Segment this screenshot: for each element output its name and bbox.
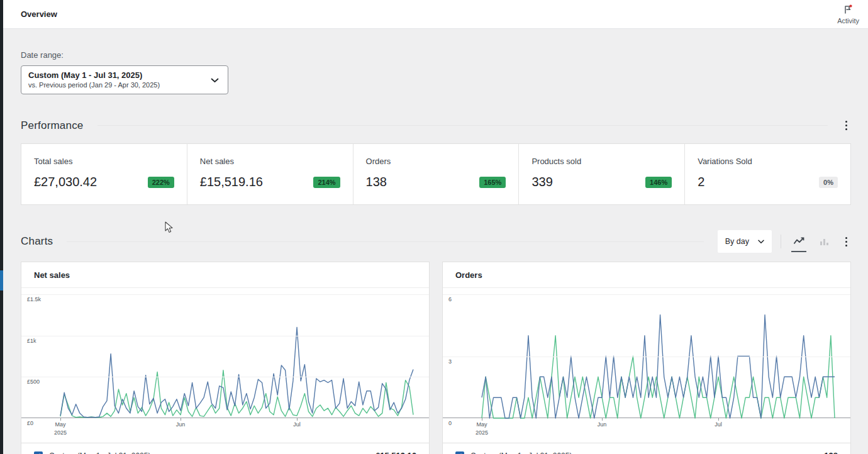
x-axis-tick-label: Jul [715, 421, 722, 429]
legend-total: 138 [824, 451, 838, 454]
x-axis-tick-label: May 2025 [476, 421, 488, 437]
stat-value: £27,030.42 [34, 175, 97, 189]
interval-label: By day [725, 237, 749, 246]
x-axis-tick [181, 418, 181, 421]
chart-title: Orders [443, 262, 850, 288]
bar-chart-toggle-button[interactable] [816, 234, 833, 250]
stat-net-sales[interactable]: Net sales £15,519.16 214% [187, 144, 353, 204]
date-range-select[interactable]: Custom (May 1 - Jul 31, 2025) vs. Previo… [21, 65, 228, 94]
stat-products-sold[interactable]: Products sold 339 146% [518, 144, 684, 204]
wp-admin-sidebar-edge [0, 0, 3, 454]
bar-chart-icon [820, 236, 830, 248]
stat-change-badge: 146% [645, 177, 672, 188]
charts-menu-button[interactable] [842, 233, 851, 250]
stat-value: 2 [698, 175, 704, 189]
legend-label: Custom (May 1 - Jul 31, 2025) [470, 451, 818, 454]
stat-change-badge: 0% [819, 177, 838, 188]
stat-change-badge: 222% [148, 177, 174, 188]
stat-change-badge: 165% [479, 177, 506, 188]
orders-chart-card: Orders 630 May 2025JunJul ✓ Custom (May … [442, 262, 851, 454]
gridline [443, 357, 850, 357]
date-range-secondary: vs. Previous period (Jan 29 - Apr 30, 20… [28, 80, 160, 90]
stat-change-badge: 214% [313, 177, 340, 188]
legend-total: £15,519.16 [376, 451, 416, 454]
x-axis-labels: May 2025JunJul [21, 418, 429, 435]
divider [67, 241, 704, 242]
x-axis-tick-label: Jun [598, 421, 607, 429]
performance-title: Performance [21, 119, 84, 132]
charts-title: Charts [21, 235, 53, 248]
y-axis-tick-label: 3 [448, 357, 452, 365]
stat-label: Variations Sold [698, 157, 838, 166]
stat-label: Net sales [200, 157, 340, 166]
stat-value: 138 [366, 175, 387, 189]
activity-flag-icon [843, 4, 854, 16]
x-axis-tick-label: Jul [293, 421, 301, 429]
stat-label: Products sold [531, 157, 672, 166]
top-bar: Overview Activity [3, 0, 868, 29]
performance-stats: Total sales £27,030.42 222% Net sales £1… [21, 143, 851, 205]
x-axis-tick-label: Jun [176, 421, 186, 429]
y-axis-tick-label: 6 [448, 294, 452, 302]
stat-label: Total sales [34, 157, 174, 166]
chevron-down-icon [211, 74, 219, 86]
legend-checkbox[interactable]: ✓ [455, 451, 464, 454]
gridline [443, 294, 850, 295]
stat-variations-sold[interactable]: Variations Sold 2 0% [684, 144, 850, 204]
chevron-down-icon [758, 237, 764, 246]
interval-select[interactable]: By day [718, 230, 772, 253]
legend-label: Custom (May 1 - Jul 31, 2025) [49, 451, 369, 454]
x-axis-tick [482, 418, 482, 421]
line-chart-icon [793, 236, 804, 248]
performance-menu-button[interactable] [842, 117, 851, 134]
stat-value: £15,519.16 [200, 175, 263, 189]
divider [781, 235, 781, 248]
y-axis-tick-label: £500 [27, 377, 40, 385]
legend-checkbox[interactable]: ✓ [34, 451, 43, 454]
x-axis-labels: May 2025JunJul [443, 418, 850, 435]
orders-plot[interactable]: 630 [443, 294, 850, 418]
y-axis-tick-label: £1k [27, 336, 36, 344]
stat-label: Orders [366, 157, 506, 166]
stat-orders[interactable]: Orders 138 165% [353, 144, 519, 204]
x-axis-tick [60, 418, 61, 421]
charts-header: Charts By day [21, 230, 851, 253]
net-sales-series [60, 294, 413, 418]
chart-legend-row: ✓ Custom (May 1 - Jul 31, 2025) 138 [443, 443, 850, 454]
page-title: Overview [21, 9, 57, 19]
charts-row: Net sales £1.5k£1k£500£0 May 2025JunJul … [21, 262, 851, 454]
x-axis-tick [718, 418, 719, 421]
divider [97, 125, 828, 126]
performance-header: Performance [21, 117, 851, 134]
activity-label: Activity [837, 16, 859, 25]
gridline [21, 336, 429, 336]
stat-value: 339 [531, 175, 552, 189]
chart-legend-row: ✓ Custom (May 1 - Jul 31, 2025) £15,519.… [21, 443, 429, 454]
x-axis-tick [297, 418, 298, 421]
wp-admin-active-menu-marker [0, 270, 3, 291]
line-chart-toggle-button[interactable] [790, 234, 808, 250]
y-axis-tick-label: £1.5k [27, 294, 41, 302]
net-sales-chart-card: Net sales £1.5k£1k£500£0 May 2025JunJul … [21, 262, 430, 454]
gridline [21, 377, 429, 377]
main-content: Date range: Custom (May 1 - Jul 31, 2025… [3, 50, 868, 454]
stat-total-sales[interactable]: Total sales £27,030.42 222% [21, 144, 187, 204]
x-axis-tick [602, 418, 603, 421]
chart-title: Net sales [21, 262, 429, 288]
date-range-section: Date range: Custom (May 1 - Jul 31, 2025… [21, 50, 851, 94]
activity-button[interactable]: Activity [837, 3, 859, 26]
net-sales-plot[interactable]: £1.5k£1k£500£0 [21, 294, 429, 418]
date-range-primary: Custom (May 1 - Jul 31, 2025) [28, 70, 160, 81]
chart-controls: By day [718, 230, 851, 253]
x-axis-tick-label: May 2025 [54, 421, 67, 437]
date-range-label: Date range: [21, 50, 851, 60]
gridline [21, 294, 429, 295]
